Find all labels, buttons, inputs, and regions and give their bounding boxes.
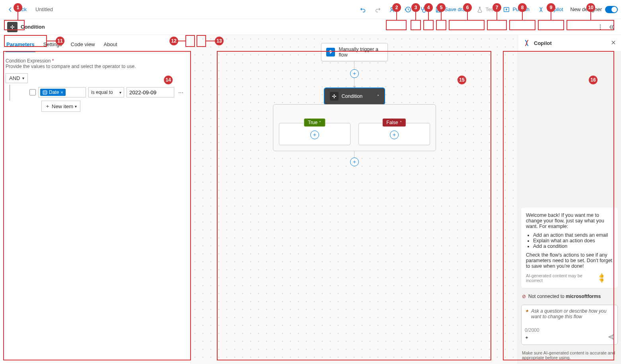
token-remove-icon[interactable]: × [60, 90, 63, 95]
flow-title[interactable]: Untitled [35, 6, 53, 12]
chevron-down-icon: ▾ [22, 76, 24, 80]
back-button[interactable]: Back [3, 5, 31, 14]
copilot-message: Welcome back! If you want me to change y… [521, 208, 618, 288]
panel-more-button[interactable] [595, 21, 606, 33]
send-button[interactable] [608, 334, 614, 341]
calendar-icon [43, 90, 47, 95]
copilot-footer: Make sure AI-generated content is accura… [518, 348, 621, 364]
false-branch[interactable]: False˄ ＋ [358, 123, 430, 145]
config-panel: Parameters Settings Code view About Cond… [0, 35, 191, 364]
panel-tabs: Parameters Settings Code view About [0, 35, 191, 53]
feedback-button[interactable] [385, 4, 401, 16]
copilot-placeholder: Ask a question or describe how you want … [531, 308, 614, 319]
operator-value: is equal to [91, 90, 118, 95]
chevron-double-left-icon [608, 24, 615, 30]
svg-point-5 [600, 26, 601, 27]
sparkle-icon: ✦ [525, 308, 529, 314]
operand-right-input[interactable] [127, 87, 174, 97]
thumbs-down-button[interactable]: 👎 [599, 278, 604, 283]
tab-about[interactable]: About [103, 39, 118, 52]
svg-point-6 [600, 28, 601, 29]
true-branch[interactable]: True˄ ＋ [279, 123, 350, 145]
history-button[interactable] [401, 4, 416, 16]
false-label[interactable]: False˄ [382, 119, 405, 127]
condition-row: Date × is equal to ▾ ⋯ [29, 87, 185, 97]
row-more-button[interactable]: ⋯ [177, 90, 185, 95]
new-designer-label: New designer [570, 6, 602, 12]
operator-select[interactable]: is equal to ▾ [88, 87, 124, 97]
tab-parameters[interactable]: Parameters [6, 39, 35, 52]
char-counter: 0/2000 [525, 327, 614, 333]
copilot-button[interactable]: Copilot [533, 4, 567, 16]
close-button[interactable] [611, 40, 616, 47]
svg-point-0 [391, 7, 393, 9]
undo-icon [359, 6, 366, 13]
top-toolbar: Back Untitled Save draft Test Publish Co… [0, 0, 621, 19]
condition-label: Condition [342, 93, 363, 99]
tab-code-view[interactable]: Code view [70, 39, 96, 52]
add-after-condition-button[interactable]: ＋ [350, 158, 359, 166]
branch-container: True˄ ＋ False˄ ＋ [273, 104, 436, 151]
toggle-on-icon [605, 6, 618, 13]
copilot-label: Copilot [547, 6, 563, 12]
redo-icon [374, 6, 382, 13]
person-feedback-icon [389, 6, 397, 13]
trigger-label: Manually trigger a flow [339, 47, 383, 58]
send-icon [608, 334, 614, 340]
publish-button[interactable]: Publish [499, 4, 533, 16]
publish-label: Publish [512, 6, 530, 12]
copilot-welcome-1: Welcome back! If you want me to change y… [526, 212, 613, 229]
chevron-down-icon: ▾ [119, 90, 121, 95]
stethoscope-icon [420, 6, 427, 13]
condition-icon [330, 92, 339, 101]
copilot-panel: Copilot Welcome back! If you want me to … [518, 35, 621, 364]
trigger-icon [326, 48, 335, 56]
designer-canvas[interactable]: Manually trigger a flow ＋ Condition ˄ [191, 35, 518, 364]
new-designer-toggle[interactable]: New designer [570, 6, 618, 13]
add-true-step-button[interactable]: ＋ [310, 130, 319, 139]
trigger-node[interactable]: Manually trigger a flow [321, 43, 388, 61]
flow-checker-button[interactable] [416, 4, 431, 16]
condition-icon [7, 22, 18, 32]
copilot-input-box[interactable]: ✦ Ask a question or describe how you wan… [521, 305, 618, 345]
tree-line [10, 85, 18, 101]
copilot-suggestion: Explain what an action does [533, 238, 613, 243]
warning-icon: ⊘ [522, 294, 526, 299]
save-draft-button[interactable]: Save draft [431, 4, 472, 16]
undo-button[interactable] [355, 4, 370, 16]
panel-title-chip[interactable]: Condition [4, 20, 48, 34]
thumbs-up-button[interactable]: 👍 [599, 273, 604, 278]
copilot-suggestion: Add a condition [533, 243, 613, 249]
save-icon [435, 6, 442, 13]
save-draft-label: Save draft [444, 6, 468, 12]
new-item-button[interactable]: ＋ New item ▾ [41, 101, 80, 112]
field-label: Condition Expression * [6, 58, 185, 64]
condition-node[interactable]: Condition ˄ [325, 88, 384, 104]
panel-header: Condition [0, 19, 621, 35]
operand-left-field[interactable]: Date × [38, 87, 86, 97]
more-vertical-icon [597, 24, 603, 30]
panel-collapse-button[interactable] [606, 21, 617, 33]
dynamic-token[interactable]: Date × [40, 89, 66, 96]
true-label[interactable]: True˄ [304, 119, 325, 127]
close-icon [611, 40, 616, 45]
test-label: Test [486, 6, 495, 12]
plus-icon: ＋ [45, 103, 50, 110]
arrow-left-icon [7, 6, 14, 13]
add-false-step-button[interactable]: ＋ [390, 130, 399, 139]
redo-button[interactable] [370, 4, 385, 16]
add-step-button[interactable]: ＋ [350, 69, 359, 78]
back-label: Back [15, 6, 27, 12]
new-item-label: New item [52, 103, 73, 109]
test-button[interactable]: Test [472, 4, 499, 16]
group-operator-select[interactable]: AND ▾ [6, 73, 28, 83]
history-icon [405, 6, 412, 13]
copilot-suggestion: Add an action that sends an email [533, 232, 613, 238]
chevron-down-icon: ▾ [75, 104, 77, 109]
chevron-up-icon[interactable]: ˄ [377, 94, 379, 99]
panel-title: Condition [21, 24, 45, 30]
copilot-icon [537, 6, 545, 13]
row-checkbox[interactable] [29, 89, 36, 95]
tab-settings[interactable]: Settings [43, 39, 63, 52]
sparkle-small-icon[interactable]: ✦ [525, 335, 529, 341]
